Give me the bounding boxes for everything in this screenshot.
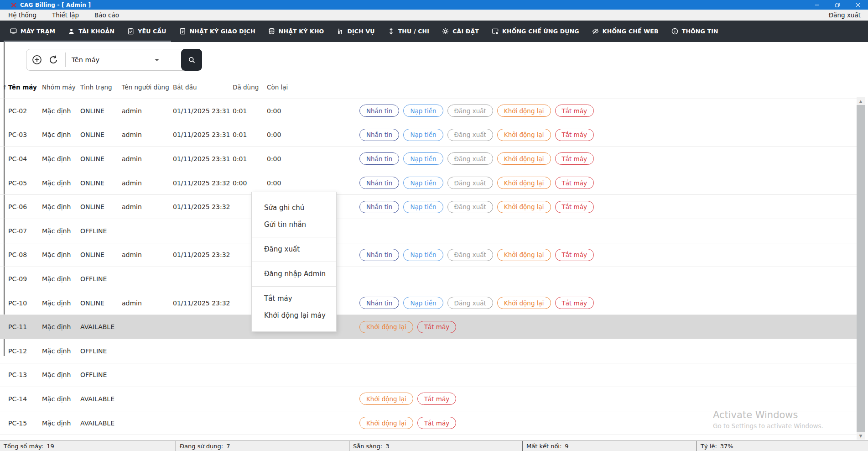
column-header-name[interactable]: Tên máy — [8, 84, 42, 91]
tab-info[interactable]: THÔNG TIN — [665, 21, 725, 42]
topup-button[interactable]: Nạp tiền — [403, 152, 443, 165]
row-actions: Khởi động lạiTắt máy — [359, 321, 857, 333]
table-row[interactable]: PC-13Mặc địnhOFFLINE — [0, 363, 857, 388]
cell-group: Mặc định — [42, 227, 80, 235]
logout-button[interactable]: Đăng xuất — [447, 129, 493, 141]
restart-button[interactable]: Khởi động lại — [497, 152, 551, 165]
minimize-button[interactable] — [806, 0, 827, 10]
column-header-status[interactable]: Tình trạng — [80, 84, 122, 91]
logout-button[interactable]: Đăng xuất — [447, 177, 493, 189]
message-button[interactable]: Nhắn tin — [359, 177, 399, 189]
table-row[interactable]: PC-06Mặc địnhONLINEadmin01/11/2025 23:32… — [0, 195, 857, 219]
shutdown-button[interactable]: Tắt máy — [555, 297, 594, 309]
tab-web-block[interactable]: KHỐNG CHẾ WEB — [586, 21, 665, 42]
table-row[interactable]: PC-09Mặc địnhOFFLINE — [0, 267, 857, 291]
tab-monitor[interactable]: MÁY TRẠM — [4, 21, 62, 42]
context-menu-item-5[interactable]: Khởi động lại máy — [252, 307, 336, 324]
context-menu-item-0[interactable]: Sửa ghi chú — [252, 199, 336, 216]
refresh-button[interactable] — [48, 55, 58, 65]
scrollbar-thumb[interactable] — [857, 105, 865, 432]
restart-button[interactable]: Khởi động lại — [497, 105, 551, 117]
table-row[interactable]: PC-10Mặc địnhONLINEadmin01/11/2025 23:32… — [0, 291, 857, 315]
context-menu-item-3[interactable]: Đăng nhập Admin — [252, 266, 336, 283]
menu-item-1[interactable]: Thiết lập — [44, 10, 87, 21]
restart-button[interactable]: Khởi động lại — [497, 201, 551, 213]
topup-button[interactable]: Nạp tiền — [403, 105, 443, 117]
table-row[interactable]: PC-02Mặc địnhONLINEadmin01/11/2025 23:31… — [0, 99, 857, 123]
shutdown-button[interactable]: Tắt máy — [417, 321, 457, 333]
restart-button[interactable]: Khởi động lại — [497, 177, 551, 189]
logout-button[interactable]: Đăng xuất — [447, 297, 493, 309]
restart-button[interactable]: Khởi động lại — [359, 417, 413, 429]
topup-button[interactable]: Nạp tiền — [403, 249, 443, 261]
shutdown-button[interactable]: Tắt máy — [555, 177, 594, 189]
menu-item-dang-xuat[interactable]: Đăng xuất — [821, 10, 868, 21]
shutdown-button[interactable]: Tắt máy — [417, 417, 457, 429]
tab-gear[interactable]: CÀI ĐẶT — [436, 21, 485, 42]
column-header-remaining[interactable]: Còn lại — [267, 84, 359, 91]
menu-item-2[interactable]: Báo cáo — [87, 10, 127, 21]
logout-button[interactable]: Đăng xuất — [447, 105, 493, 117]
shutdown-button[interactable]: Tắt máy — [555, 129, 594, 141]
table-row[interactable]: PC-08Mặc địnhONLINEadmin01/11/2025 23:32… — [0, 243, 857, 267]
title-bar: CAG Billing - [ Admin ] — [0, 0, 868, 10]
scroll-down-icon[interactable]: ▼ — [857, 432, 865, 440]
tab-services[interactable]: DỊCH VỤ — [330, 21, 381, 42]
context-menu-item-4[interactable]: Tắt máy — [252, 290, 336, 307]
message-button[interactable]: Nhắn tin — [359, 152, 399, 165]
topup-button[interactable]: Nạp tiền — [403, 177, 443, 189]
shutdown-button[interactable]: Tắt máy — [417, 393, 457, 405]
close-button[interactable] — [847, 0, 868, 10]
menu-item-0[interactable]: Hệ thống — [0, 10, 44, 21]
restart-button[interactable]: Khởi động lại — [497, 297, 551, 309]
shutdown-button[interactable]: Tắt máy — [555, 201, 594, 213]
message-button[interactable]: Nhắn tin — [359, 129, 399, 141]
row-actions: Khởi động lạiTắt máy — [359, 417, 857, 429]
restore-button[interactable] — [827, 0, 847, 10]
tab-database[interactable]: NHẬT KÝ KHO — [262, 21, 331, 42]
restart-button[interactable]: Khởi động lại — [359, 393, 413, 405]
message-button[interactable]: Nhắn tin — [359, 201, 399, 213]
table-row[interactable]: PC-12Mặc địnhOFFLINE — [0, 339, 857, 363]
tab-app-window-gear[interactable]: KHỐNG CHẾ ỨNG DỤNG — [485, 21, 586, 42]
column-header-user[interactable]: Tên người dùng — [122, 84, 173, 91]
table-row[interactable]: PC-05Mặc địnhONLINEadmin01/11/2025 23:32… — [0, 171, 857, 195]
restart-button[interactable]: Khởi động lại — [497, 249, 551, 261]
topup-button[interactable]: Nạp tiền — [403, 297, 443, 309]
column-header-used[interactable]: Đã dùng — [233, 84, 267, 91]
shutdown-button[interactable]: Tắt máy — [555, 152, 594, 165]
shutdown-button[interactable]: Tắt máy — [555, 249, 594, 261]
context-menu-item-2[interactable]: Đăng xuất — [252, 241, 336, 258]
shutdown-button[interactable]: Tắt máy — [555, 105, 594, 117]
restart-button[interactable]: Khởi động lại — [497, 129, 551, 141]
table-row[interactable]: PC-14Mặc địnhAVAILABLEKhởi động lạiTắt m… — [0, 387, 857, 411]
message-button[interactable]: Nhắn tin — [359, 297, 399, 309]
scroll-up-icon[interactable]: ▲ — [857, 97, 865, 105]
cell-user: admin — [122, 251, 173, 258]
tab-arrows-up-down[interactable]: THU / CHI — [381, 21, 436, 42]
tab-receipt[interactable]: NHẬT KÝ GIAO DỊCH — [173, 21, 262, 42]
cell-group: Mặc định — [42, 323, 80, 330]
context-menu-item-1[interactable]: Gửi tin nhắn — [252, 216, 336, 233]
table-row[interactable]: PC-11Mặc địnhAVAILABLEKhởi động lạiTắt m… — [0, 315, 857, 339]
vertical-scrollbar[interactable]: ▲ ▼ — [857, 97, 865, 440]
logout-button[interactable]: Đăng xuất — [447, 249, 493, 261]
topup-button[interactable]: Nạp tiền — [403, 129, 443, 141]
logout-button[interactable]: Đăng xuất — [447, 201, 493, 213]
logout-button[interactable]: Đăng xuất — [447, 152, 493, 165]
table-row[interactable]: PC-07Mặc địnhOFFLINE — [0, 219, 857, 243]
table-row[interactable]: PC-03Mặc địnhONLINEadmin01/11/2025 23:31… — [0, 123, 857, 147]
tab-clipboard-check[interactable]: YÊU CẦU — [121, 21, 173, 42]
table-row[interactable]: PC-15Mặc địnhAVAILABLEKhởi động lạiTắt m… — [0, 411, 857, 435]
message-button[interactable]: Nhắn tin — [359, 105, 399, 117]
column-header-group[interactable]: Nhóm máy — [42, 84, 80, 91]
tab-user[interactable]: TÀI KHOẢN — [62, 21, 121, 42]
message-button[interactable]: Nhắn tin — [359, 249, 399, 261]
table-row[interactable]: PC-04Mặc địnhONLINEadmin01/11/2025 23:31… — [0, 147, 857, 171]
add-button[interactable] — [32, 55, 42, 65]
search-button[interactable] — [181, 49, 202, 71]
topup-button[interactable]: Nạp tiền — [403, 201, 443, 213]
window-controls — [806, 0, 868, 10]
restart-button[interactable]: Khởi động lại — [359, 321, 413, 333]
column-header-start[interactable]: Bắt đầu — [173, 84, 233, 91]
